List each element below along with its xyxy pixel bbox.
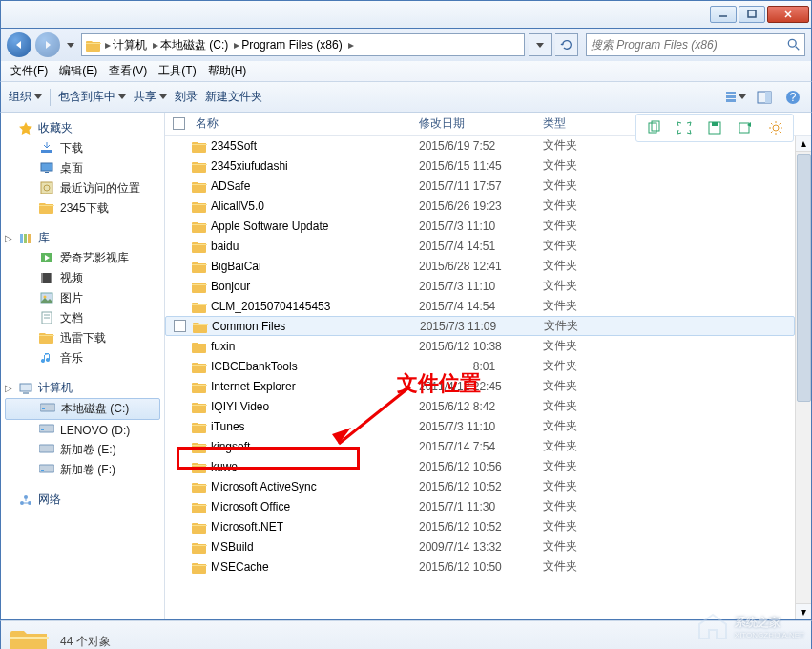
breadcrumb-item[interactable]: ▸本地磁盘 (C:) [151,37,230,53]
table-row[interactable]: kingsoft2015/7/14 7:54文件夹 [165,436,795,456]
table-row[interactable]: BigBaiCai2015/6/28 12:41文件夹 [165,256,795,276]
help-button[interactable]: ? [782,87,803,108]
drive-icon [39,422,54,438]
share-button[interactable]: 共享 [134,89,167,105]
table-row[interactable]: CLM_201507041454532015/7/4 14:54文件夹 [165,296,795,316]
address-dropdown-button[interactable] [529,33,552,56]
sidebar-item-fav-0[interactable]: 下载 [1,138,164,158]
column-date[interactable]: 修改日期 [419,115,543,132]
sidebar-item-comp-1[interactable]: LENOVO (D:) [1,420,164,440]
scrollbar[interactable]: ▴ ▾ [795,136,811,619]
tool-settings-icon[interactable] [760,116,791,139]
sidebar-item-lib-5[interactable]: 音乐 [1,348,164,368]
sidebar-item-comp-3[interactable]: 新加卷 (F:) [1,460,164,480]
table-row[interactable]: baidu2015/7/4 14:51文件夹 [165,236,795,256]
folder-icon [86,38,101,52]
maximize-button[interactable] [739,6,765,23]
sidebar-item-fav-1[interactable]: 桌面 [1,158,164,178]
nav-back-button[interactable] [7,32,31,57]
table-row[interactable]: Common Files2015/7/3 11:09文件夹 [165,316,795,336]
sidebar-computer-header[interactable]: ▷计算机 [1,378,164,398]
svg-rect-5 [748,10,756,17]
search-icon[interactable] [787,38,801,52]
organize-button[interactable]: 组织 [9,89,42,105]
nav-history-dropdown[interactable] [64,33,77,56]
table-row[interactable]: Microsoft ActiveSync2015/6/12 10:52文件夹 [165,476,795,496]
tool-save-icon[interactable] [699,116,730,139]
folder-icon [192,480,207,493]
sidebar-item-lib-2[interactable]: 图片 [1,288,164,308]
row-checkbox[interactable] [174,320,186,332]
sidebar-item-lib-3[interactable]: 文档 [1,308,164,328]
include-button[interactable]: 包含到库中 [58,89,126,105]
menu-tools[interactable]: 工具(T) [155,61,199,81]
sidebar-item-lib-4[interactable]: 迅雷下载 [1,328,164,348]
newfolder-button[interactable]: 新建文件夹 [205,89,262,105]
table-row[interactable]: Microsoft Office2015/7/1 11:30文件夹 [165,496,795,516]
file-date-label: 2015/6/12 10:52 [419,520,543,534]
select-all-checkbox[interactable] [173,117,185,130]
table-row[interactable]: 2345xiufudashi2015/6/15 11:45文件夹 [165,156,795,176]
menu-view[interactable]: 查看(V) [105,61,151,81]
sidebar-item-fav-2[interactable]: 最近访问的位置 [1,178,164,199]
table-row[interactable]: ADSafe2015/7/11 17:57文件夹 [165,176,795,196]
table-row[interactable]: kuwo2015/6/12 10:56文件夹 [165,456,795,476]
svg-rect-10 [765,92,771,103]
table-row[interactable]: Internet Explorer2011/4/12 22:45文件夹 [165,376,795,396]
sidebar-item-lib-0[interactable]: 爱奇艺影视库 [1,248,164,268]
table-row[interactable]: IQIYI Video2015/6/12 8:42文件夹 [165,396,795,416]
table-row[interactable]: MSBuild2009/7/14 13:32文件夹 [165,536,795,556]
view-mode-button[interactable] [725,87,746,108]
file-type-label: 文件夹 [543,238,795,254]
table-row[interactable]: Bonjour2015/7/3 11:10文件夹 [165,276,795,296]
table-row[interactable]: Apple Software Update2015/7/3 11:10文件夹 [165,216,795,236]
preview-pane-button[interactable] [754,87,775,108]
address-bar[interactable]: ▸计算机 ▸本地磁盘 (C:) ▸Program Files (x86) ▸ [81,33,525,56]
folder-icon [192,260,207,273]
scroll-up-button[interactable]: ▴ [796,136,811,152]
refresh-button[interactable] [555,33,578,56]
svg-rect-38 [712,122,718,126]
tool-copy-icon[interactable] [638,116,669,139]
table-row[interactable]: AlicallV5.02015/6/26 19:23文件夹 [165,196,795,216]
scroll-thumb[interactable] [797,154,811,402]
table-row[interactable]: ICBCEbankTools2015/6/12 8:01文件夹 [165,356,795,376]
sidebar-favorites-header[interactable]: 收藏夹 [1,118,164,138]
sidebar-libraries-header[interactable]: ▷库 [1,228,164,248]
minimize-button[interactable] [710,6,737,23]
sidebar-network-header[interactable]: 网络 [1,490,164,510]
menu-help[interactable]: 帮助(H) [204,61,251,81]
table-row[interactable]: iTunes2015/7/3 11:10文件夹 [165,416,795,436]
file-name-label: Apple Software Update [211,220,328,233]
file-list[interactable]: 2345Soft2015/6/19 7:52文件夹2345xiufudashi2… [165,136,795,619]
search-box[interactable] [586,33,805,56]
close-button[interactable] [767,6,809,23]
table-row[interactable]: fuxin2015/6/12 10:38文件夹 [165,336,795,356]
file-date-label: 2015/7/3 11:09 [420,320,544,333]
breadcrumb-item[interactable]: ▸Program Files (x86) [232,38,344,52]
sidebar-item-label: 最近访问的位置 [60,180,140,197]
tool-share-icon[interactable] [730,116,760,139]
navbar: ▸计算机 ▸本地磁盘 (C:) ▸Program Files (x86) ▸ [0,29,812,61]
sidebar-item-comp-0[interactable]: 本地磁盘 (C:) [5,398,160,420]
file-date-label: 2015/6/12 8:42 [419,400,543,413]
column-name[interactable]: 名称 [192,115,419,132]
nav-forward-button[interactable] [35,32,60,57]
sidebar-item-lib-1[interactable]: 视频 [1,268,164,288]
sidebar-item-fav-3[interactable]: 2345下载 [1,199,164,219]
tool-expand-icon[interactable] [669,116,699,139]
menu-edit[interactable]: 编辑(E) [55,61,101,81]
menu-file[interactable]: 文件(F) [7,61,52,81]
table-row[interactable]: Microsoft.NET2015/6/12 10:52文件夹 [165,516,795,536]
sidebar-item-label: 本地磁盘 (C:) [61,401,129,417]
breadcrumb-item[interactable]: ▸计算机 [103,37,149,53]
file-date-label: 2015/7/4 14:54 [419,300,543,313]
table-row[interactable]: MSECache2015/6/12 10:50文件夹 [165,556,795,576]
search-input[interactable] [591,38,783,52]
breadcrumb-chevron[interactable]: ▸ [346,38,356,52]
folder-icon [192,540,207,554]
file-name-label: iTunes [211,420,245,433]
burn-button[interactable]: 刻录 [175,89,198,105]
recent-icon [39,180,54,197]
sidebar-item-comp-2[interactable]: 新加卷 (E:) [1,440,164,460]
